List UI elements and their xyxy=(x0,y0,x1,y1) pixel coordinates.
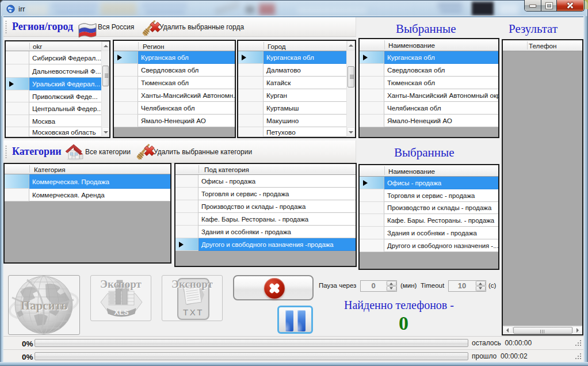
svg-text:TXT: TXT xyxy=(183,307,204,317)
svg-text:XLS: XLS xyxy=(114,308,129,317)
